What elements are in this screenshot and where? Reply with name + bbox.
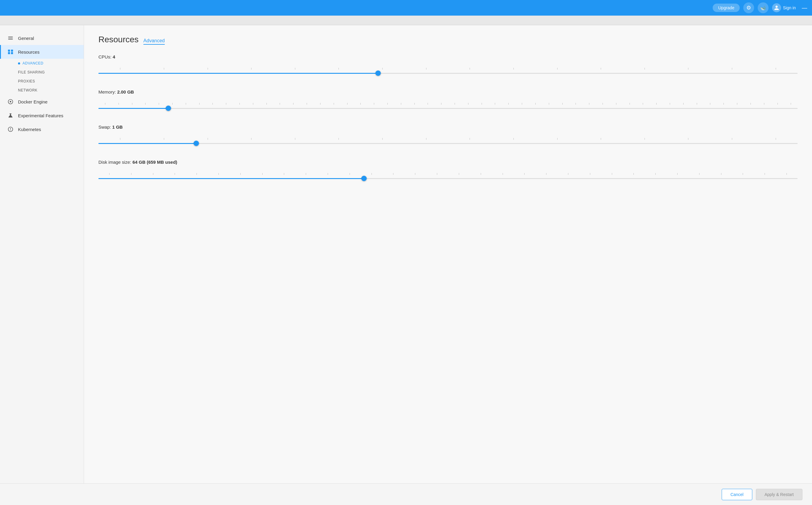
cpus-thumb[interactable] [375, 70, 381, 76]
cpus-label-text: CPUs: [99, 54, 111, 59]
swap-section: Swap: 1 GB [99, 125, 798, 149]
sidebar-item-general-label: General [18, 36, 34, 41]
upgrade-button[interactable]: Upgrade [713, 4, 740, 12]
sidebar-item-kubernetes[interactable]: Kubernetes [0, 122, 84, 136]
sidebar-sub-file-sharing-label: FILE SHARING [18, 70, 45, 74]
sidebar-item-docker-engine[interactable]: Docker Engine [0, 95, 84, 109]
whale-button[interactable]: 🐋 [758, 2, 769, 13]
memory-value: 2.00 GB [117, 90, 134, 95]
disk-ticks [99, 171, 798, 175]
disk-fill [99, 178, 364, 179]
swap-label: Swap: 1 GB [99, 125, 798, 130]
cpus-label: CPUs: 4 [99, 54, 798, 59]
cpus-slider-wrapper [99, 70, 798, 76]
disk-thumb[interactable] [361, 176, 367, 181]
main-container: General Resources ADVANCED FILE SHARING [0, 25, 812, 483]
sidebar-sub-network[interactable]: NETWORK [18, 86, 84, 95]
memory-track [99, 108, 798, 109]
sidebar: General Resources ADVANCED FILE SHARING [0, 25, 84, 483]
disk-value: 64 GB (659 MB used) [132, 160, 177, 165]
docker-engine-icon [7, 98, 14, 105]
sidebar-sub-file-sharing[interactable]: FILE SHARING [18, 68, 84, 77]
tab-advanced[interactable]: Advanced [143, 38, 165, 45]
sidebar-item-resources-label: Resources [18, 49, 40, 54]
page-title: Resources [99, 35, 139, 44]
app-header: Upgrade ⚙ 🐋 Sign in — [0, 0, 812, 16]
swap-track [99, 143, 798, 144]
svg-point-4 [10, 101, 11, 103]
content-area: Resources Advanced CPUs: 4 Memory: [84, 25, 812, 483]
cpus-section: CPUs: 4 [99, 54, 798, 78]
cpus-slider-container [99, 63, 798, 78]
settings-button[interactable]: ⚙ [743, 2, 754, 13]
disk-slider-wrapper [99, 175, 798, 181]
sidebar-item-docker-engine-label: Docker Engine [18, 99, 47, 104]
minimize-button[interactable]: — [802, 5, 807, 11]
cpus-ticks [99, 66, 798, 69]
settings-icon: ⚙ [746, 4, 751, 11]
apply-restart-button[interactable]: Apply & Restart [756, 489, 802, 500]
whale-icon: 🐋 [760, 5, 766, 11]
active-dot [18, 62, 20, 64]
cancel-button[interactable]: Cancel [722, 489, 752, 500]
resources-icon [7, 48, 14, 55]
memory-slider-container [99, 99, 798, 114]
sidebar-item-resources[interactable]: Resources [0, 45, 84, 59]
disk-section: Disk image size: 64 GB (659 MB used) [99, 160, 798, 184]
sidebar-item-general[interactable]: General [0, 31, 84, 45]
content-header: Resources Advanced [99, 35, 798, 45]
sidebar-sub-advanced-label: ADVANCED [22, 61, 43, 65]
sidebar-item-kubernetes-label: Kubernetes [18, 127, 41, 132]
swap-ticks [99, 136, 798, 140]
swap-thumb[interactable] [193, 141, 199, 146]
kubernetes-icon [7, 126, 14, 133]
swap-fill [99, 143, 196, 144]
sidebar-sub-network-label: NETWORK [18, 88, 37, 93]
general-icon [7, 35, 14, 41]
disk-label-text: Disk image size: [99, 160, 131, 165]
cpus-value: 4 [113, 54, 115, 59]
disk-slider-container [99, 169, 798, 184]
sidebar-sub-proxies[interactable]: PROXIES [18, 77, 84, 86]
sidebar-sub-proxies-label: PROXIES [18, 79, 35, 83]
sidebar-item-experimental[interactable]: Experimental Features [0, 109, 84, 122]
sidebar-item-experimental-label: Experimental Features [18, 113, 63, 118]
memory-ticks [99, 101, 798, 105]
memory-slider-wrapper [99, 105, 798, 111]
sub-header-bar [0, 16, 812, 25]
resources-sub-menu: ADVANCED FILE SHARING PROXIES NETWORK [0, 59, 84, 95]
svg-rect-0 [8, 50, 10, 52]
cpus-fill [99, 73, 378, 74]
swap-slider-container [99, 134, 798, 149]
memory-fill [99, 108, 168, 109]
memory-thumb[interactable] [166, 106, 171, 111]
signin-button[interactable]: Sign in [772, 3, 796, 12]
user-avatar-icon [772, 3, 781, 12]
swap-slider-wrapper [99, 140, 798, 146]
disk-label: Disk image size: 64 GB (659 MB used) [99, 160, 798, 165]
svg-rect-3 [11, 52, 13, 54]
experimental-icon [7, 112, 14, 119]
footer: Cancel Apply & Restart [0, 483, 812, 505]
memory-label: Memory: 2.00 GB [99, 90, 798, 95]
sidebar-sub-advanced[interactable]: ADVANCED [18, 59, 84, 68]
signin-label: Sign in [783, 5, 796, 10]
svg-rect-2 [8, 52, 10, 54]
swap-label-text: Swap: [99, 125, 111, 130]
swap-value: 1 GB [112, 125, 123, 130]
memory-section: Memory: 2.00 GB [99, 90, 798, 114]
memory-label-text: Memory: [99, 90, 116, 95]
svg-rect-1 [11, 50, 13, 52]
